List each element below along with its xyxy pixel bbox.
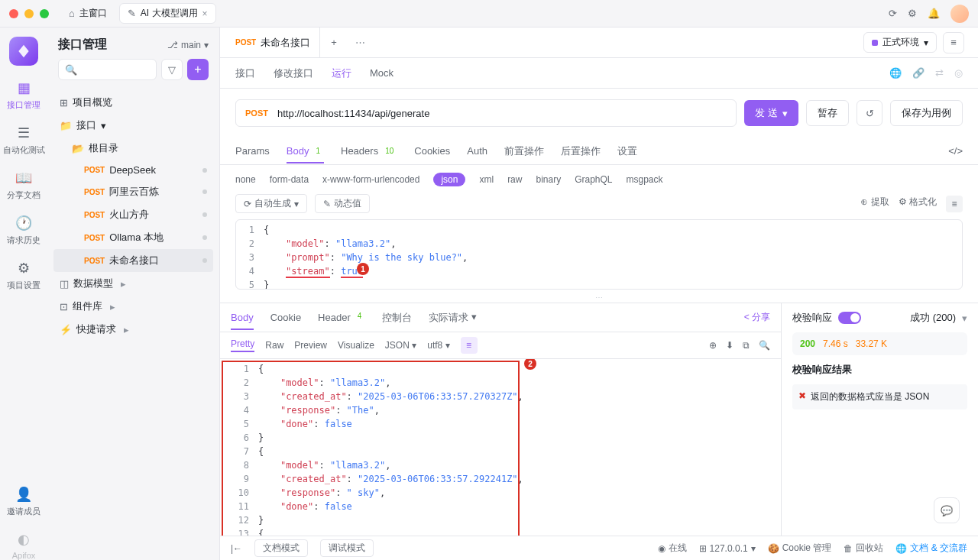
verify-toggle[interactable] [838,312,861,324]
tree-api-root[interactable]: 📁 接口 ▾ [53,114,213,137]
body-type-binary[interactable]: binary [536,174,561,185]
save-case-button[interactable]: 保存为用例 [890,100,963,126]
environment-selector[interactable]: 正式环境 ▾ [863,32,937,53]
resp-tab-actual[interactable]: 实际请求 ▾ [429,311,477,325]
trash-button[interactable]: 🗑回收站 [844,542,883,555]
wrap-toggle[interactable]: ≡ [946,196,963,212]
resp-tab-body[interactable]: Body [231,312,254,323]
close-window[interactable] [9,9,18,18]
save-temp-button[interactable]: 暂存 [806,100,849,126]
resp-tab-header[interactable]: Header 4 [318,312,365,323]
branch-selector[interactable]: ⎇ main ▾ [167,40,209,50]
download-icon[interactable]: ⬇ [726,340,734,351]
search-icon[interactable]: 🔍 [759,340,770,351]
body-type-msgpack[interactable]: msgpack [627,174,663,185]
subnav-mock[interactable]: Mock [370,67,393,79]
tree-endpoint[interactable]: POSTDeepSeek [53,160,213,180]
tab-post[interactable]: 后置操作 [561,144,601,158]
more-tabs-button[interactable]: ⋯ [348,37,373,48]
subnav-modify[interactable]: 修改接口 [274,66,313,80]
content-tab[interactable]: POST 未命名接口 [226,28,320,57]
resp-tab-cookie[interactable]: Cookie [270,312,301,323]
subnav-api[interactable]: 接口 [235,66,255,80]
extract-button[interactable]: ⊕ 提取 [860,196,889,212]
debug-mode-button[interactable]: 调试模式 [320,539,374,557]
rail-history[interactable]: 🕐 请求历史 [7,215,40,246]
tree-root-dir[interactable]: 📂 根目录 [53,137,213,160]
copy-icon[interactable]: ⧉ [743,340,750,351]
menu-button[interactable]: ≡ [943,32,964,53]
tree-endpoint[interactable]: POST未命名接口 [53,249,213,272]
rail-invite[interactable]: 👤 邀请成员 [7,486,40,517]
doc-mode-button[interactable]: 文档模式 [254,539,308,557]
code-icon[interactable]: </> [948,145,963,157]
encoding-select[interactable]: utf8 ▾ [427,340,449,351]
collapse-icon[interactable]: |← [231,543,242,554]
body-type-json[interactable]: json [433,173,465,186]
settings-icon[interactable]: ⚙ [908,8,917,19]
tab-body[interactable]: Body 1 [287,145,324,157]
auto-generate-button[interactable]: ⟳自动生成▾ [235,194,307,213]
chat-button[interactable]: 💬 [934,497,960,523]
globe-icon[interactable]: 🌐 [889,67,902,79]
tree-overview[interactable]: ⊞ 项目概览 [53,91,213,114]
search-input[interactable]: 🔍 [58,59,157,80]
tab-params[interactable]: Params [235,145,270,157]
tree-endpoint[interactable]: POSTOllama 本地 [53,226,213,249]
close-tab-icon[interactable]: × [202,8,208,19]
tree-components[interactable]: ⊡ 组件库 ▸ [53,295,213,318]
view-raw[interactable]: Raw [265,340,283,351]
view-visualize[interactable]: Visualize [338,340,374,351]
link-icon[interactable]: 🔗 [912,67,925,79]
docs-link[interactable]: 🌐文档 & 交流群 [895,542,967,555]
tab-headers[interactable]: Headers 10 [341,145,397,157]
home-tab[interactable]: ⌂ 主窗口 [61,4,115,23]
tab-auth[interactable]: Auth [467,145,487,157]
target-icon[interactable]: ◎ [954,67,963,79]
tree-data-model[interactable]: ◫ 数据模型 ▸ [53,272,213,295]
format-select[interactable]: JSON ▾ [385,340,416,351]
body-type-x-www-form-urlencoded[interactable]: x-www-form-urlencoded [322,174,419,185]
wrap-toggle[interactable]: ≡ [461,337,478,354]
body-type-none[interactable]: none [235,174,256,185]
add-button[interactable]: + [187,59,209,80]
share-button[interactable]: < 分享 [744,311,770,324]
tab-settings[interactable]: 设置 [617,144,637,158]
save-response-icon[interactable]: ⊕ [709,340,717,351]
refresh-icon[interactable]: ⟳ [889,8,897,19]
request-body-editor[interactable]: 1{ 2 "model": "llama3.2", 3 "prompt": "W… [235,219,963,290]
tree-shortcuts[interactable]: ⚡ 快捷请求 ▸ [53,318,213,341]
body-type-form-data[interactable]: form-data [270,174,309,185]
bell-icon[interactable]: 🔔 [928,8,940,19]
reset-button[interactable]: ↺ [857,100,882,126]
ip-selector[interactable]: ⊞127.0.0.1 ▾ [699,543,756,554]
rail-api-mgmt[interactable]: ▦ 接口管理 [7,79,40,111]
body-type-GraphQL[interactable]: GraphQL [575,174,612,185]
rail-automation[interactable]: ☰ 自动化测试 [3,125,45,156]
tree-endpoint[interactable]: POST阿里云百炼 [53,180,213,203]
dynamic-value-button[interactable]: ✎动态值 [315,194,370,213]
tab-cookies[interactable]: Cookies [414,145,450,157]
resize-handle[interactable]: ⋯ [220,293,978,303]
rail-settings[interactable]: ⚙ 项目设置 [7,260,40,291]
view-pretty[interactable]: Pretty [231,338,254,352]
send-button[interactable]: 发 送 ▾ [744,100,798,126]
minimize-window[interactable] [24,9,34,18]
tab-pre[interactable]: 前置操作 [504,144,544,158]
body-type-xml[interactable]: xml [479,174,494,185]
filter-button[interactable]: ▽ [161,59,183,80]
tree-endpoint[interactable]: POST火山方舟 [53,203,213,226]
app-logo[interactable] [9,37,38,66]
rail-share-docs[interactable]: 📖 分享文档 [7,170,40,201]
view-preview[interactable]: Preview [294,340,327,351]
active-tab[interactable]: ✎ AI 大模型调用 × [119,3,216,24]
swap-icon[interactable]: ⇄ [935,67,944,79]
body-type-raw[interactable]: raw [507,174,522,185]
resp-tab-console[interactable]: 控制台 [382,311,412,325]
format-button[interactable]: ⚙ 格式化 [899,196,937,212]
subnav-run[interactable]: 运行 [332,66,351,80]
cookie-manager[interactable]: 🍪Cookie 管理 [768,542,832,555]
url-input[interactable]: POST http://localhost:11434/api/generate [235,99,737,127]
response-body[interactable]: 2 1{2 "model": "llama3.2",3 "created_at"… [220,359,781,536]
avatar[interactable] [950,5,969,23]
